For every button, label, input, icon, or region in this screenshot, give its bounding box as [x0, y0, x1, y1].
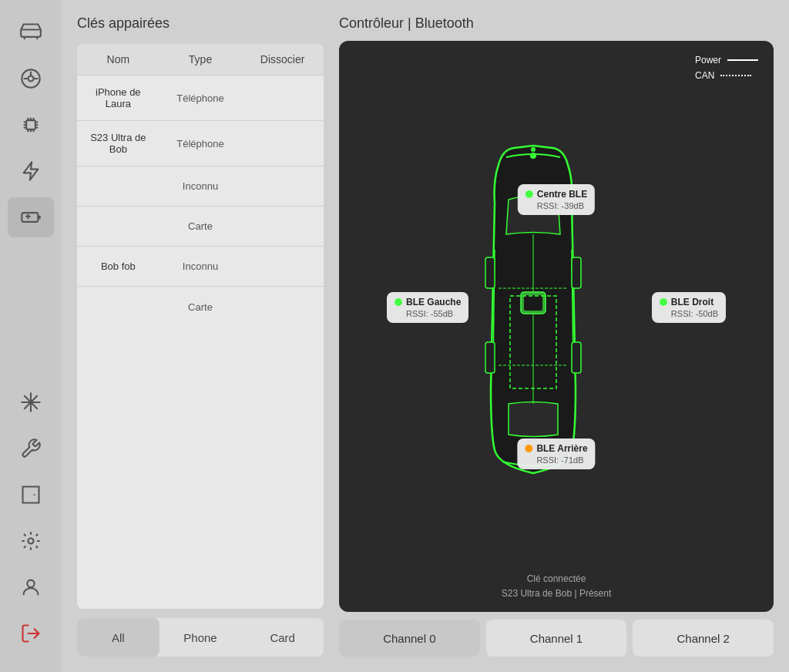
ble-centre-name: Centre BLE — [525, 189, 587, 200]
connected-key-info: Clé connectée S23 Ultra de Bob | Présent — [502, 572, 612, 601]
svg-rect-3 — [22, 213, 38, 222]
ble-centre-label: Centre BLE RSSI: -39dB — [518, 184, 595, 215]
cell-type-1: Téléphone — [159, 136, 242, 151]
header-dissocier: Dissocier — [241, 50, 324, 69]
car-diagram: Centre BLE RSSI: -39dB BLE Gauche RSSI: … — [472, 142, 641, 512]
sidebar-item-processor[interactable] — [8, 105, 54, 145]
ble-gauche-rssi: RSSI: -55dB — [394, 309, 461, 318]
ble-gauche-name: BLE Gauche — [394, 297, 461, 307]
left-panel: Clés appairées Nom Type Dissocier iPhone… — [77, 15, 324, 657]
sidebar-item-battery[interactable] — [8, 197, 54, 237]
ble-gauche-dot — [394, 298, 402, 306]
ble-droit-dot — [660, 298, 667, 306]
ble-arriere-name: BLE Arrière — [525, 443, 587, 454]
table-header: Nom Type Dissocier — [77, 44, 324, 76]
ble-droit-rssi: RSSI: -50dB — [660, 309, 718, 318]
legend-can-label: CAN — [695, 70, 714, 81]
cell-name-0: iPhone de Laura — [77, 85, 159, 111]
svg-point-13 — [531, 147, 536, 152]
ble-centre-rssi: RSSI: -39dB — [525, 201, 587, 210]
svg-point-1 — [29, 76, 34, 82]
svg-rect-2 — [26, 120, 35, 129]
table-row: Carte — [77, 207, 324, 247]
svg-rect-8 — [485, 257, 495, 288]
filter-phone-button[interactable]: Phone — [159, 618, 242, 657]
legend-power-label: Power — [695, 55, 721, 66]
sidebar-item-steering[interactable] — [8, 59, 54, 99]
right-panel-title: Contrôleur | Bluetooth — [339, 15, 774, 32]
cell-name-4: Bob fob — [77, 259, 159, 274]
cell-name-2 — [77, 185, 159, 188]
table-row: Inconnu — [77, 166, 324, 207]
ble-arriere-rssi: RSSI: -71dB — [525, 455, 587, 465]
channel-1-button[interactable]: Channel 1 — [486, 620, 627, 657]
header-nom: Nom — [77, 50, 159, 69]
table-row: S23 Ultra de Bob Téléphone — [77, 121, 324, 166]
cell-type-4: Inconnu — [159, 259, 242, 274]
legend-power-line — [727, 59, 758, 61]
cell-type-2: Inconnu — [159, 179, 242, 193]
connected-key-value: S23 Ultra de Bob | Présent — [502, 586, 612, 601]
cell-dissocier-5[interactable] — [241, 305, 324, 308]
bluetooth-diagram: Power CAN — [339, 41, 774, 612]
svg-rect-7 — [524, 295, 542, 311]
cell-name-3 — [77, 225, 159, 228]
sidebar-item-logout[interactable] — [8, 613, 54, 654]
cell-dissocier-2[interactable] — [241, 185, 324, 188]
sidebar-item-car[interactable] — [8, 12, 54, 52]
sidebar-item-snowflake[interactable] — [8, 382, 54, 422]
cell-name-5 — [77, 305, 159, 308]
right-panel: Contrôleur | Bluetooth Power CAN — [339, 15, 774, 657]
cell-dissocier-4[interactable] — [241, 265, 324, 268]
ble-centre-dot — [525, 190, 533, 198]
section-title-keys: Clés appairées — [77, 15, 324, 32]
cell-dissocier-0[interactable] — [241, 96, 324, 99]
sidebar-item-door[interactable] — [8, 475, 54, 515]
sidebar-item-lightning[interactable] — [8, 151, 54, 191]
ble-arriere-label: BLE Arrière RSSI: -71dB — [517, 438, 595, 469]
table-row: iPhone de Laura Téléphone — [77, 76, 324, 121]
cell-dissocier-1[interactable] — [241, 142, 324, 145]
sidebar-item-settings[interactable] — [8, 521, 54, 561]
svg-point-4 — [29, 539, 34, 544]
svg-rect-9 — [572, 257, 581, 288]
filter-buttons: All Phone Card — [77, 618, 324, 657]
keys-table: Nom Type Dissocier iPhone de Laura Télép… — [77, 44, 324, 609]
sidebar-item-wrench[interactable] — [8, 428, 54, 469]
legend-can-line — [720, 75, 751, 76]
main-content: Clés appairées Nom Type Dissocier iPhone… — [62, 0, 789, 672]
ble-arriere-dot — [525, 445, 532, 452]
cell-dissocier-3[interactable] — [241, 225, 324, 228]
legend: Power CAN — [695, 55, 758, 81]
cell-type-0: Téléphone — [159, 91, 242, 106]
ble-gauche-label: BLE Gauche RSSI: -55dB — [387, 292, 468, 323]
table-row: Bob fob Inconnu — [77, 247, 324, 287]
sidebar — [0, 0, 62, 672]
ble-droit-label: BLE Droit RSSI: -50dB — [652, 292, 726, 323]
cell-name-1: S23 Ultra de Bob — [77, 130, 159, 156]
filter-all-button[interactable]: All — [77, 618, 159, 657]
cell-type-5: Carte — [159, 300, 242, 314]
svg-point-5 — [27, 580, 34, 587]
sidebar-item-person[interactable] — [8, 567, 54, 607]
svg-rect-10 — [485, 342, 495, 373]
channel-0-button[interactable]: Channel 0 — [339, 620, 480, 657]
connected-key-label: Clé connectée — [502, 572, 612, 586]
svg-point-12 — [530, 153, 536, 159]
header-type: Type — [159, 50, 242, 69]
legend-power: Power — [695, 55, 758, 66]
ble-droit-name: BLE Droit — [660, 297, 718, 307]
table-row: Carte — [77, 287, 324, 327]
legend-can: CAN — [695, 70, 758, 81]
cell-type-3: Carte — [159, 219, 242, 234]
channel-2-button[interactable]: Channel 2 — [633, 620, 774, 657]
channel-buttons: Channel 0 Channel 1 Channel 2 — [339, 620, 774, 657]
filter-card-button[interactable]: Card — [241, 618, 324, 657]
svg-rect-11 — [572, 342, 581, 373]
